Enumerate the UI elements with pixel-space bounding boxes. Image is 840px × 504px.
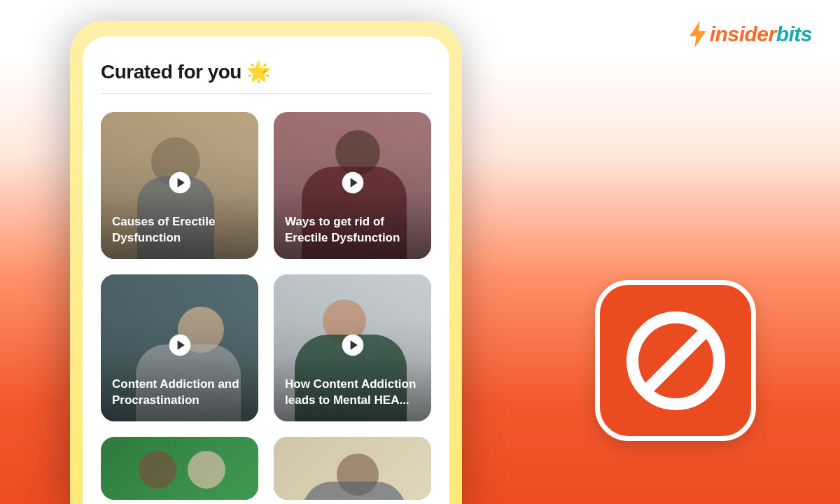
video-card[interactable]: Causes of Erectile Dysfunction (101, 112, 258, 259)
video-card[interactable]: Content Addiction and Procrastination (101, 274, 258, 421)
section-title: Curated for you 🌟 (101, 60, 431, 83)
play-icon (341, 333, 365, 357)
brand-text-insider: insider (710, 22, 776, 46)
lightning-icon (687, 21, 708, 48)
card-title: How Content Addiction leads to Mental HE… (285, 377, 423, 409)
phone-screen: Curated for you 🌟 Causes of Erectile Dys… (83, 36, 449, 504)
video-card[interactable]: How Content Addiction leads to Mental HE… (274, 274, 431, 421)
block-icon (622, 307, 730, 415)
app-icon (595, 280, 756, 441)
video-card[interactable] (101, 437, 258, 500)
card-title: Ways to get rid of Erectile Dysfunction (285, 214, 423, 246)
divider (101, 93, 431, 94)
phone-mockup: Curated for you 🌟 Causes of Erectile Dys… (70, 21, 462, 504)
play-icon (168, 171, 192, 195)
card-image (101, 437, 258, 500)
video-card[interactable] (274, 437, 431, 500)
card-title: Causes of Erectile Dysfunction (112, 214, 250, 246)
brand-logo: insiderbits (687, 21, 812, 48)
play-icon (168, 333, 192, 357)
card-image (274, 437, 431, 500)
play-icon (341, 171, 365, 195)
card-title: Content Addiction and Procrastination (112, 377, 250, 409)
svg-line-5 (648, 332, 704, 389)
card-grid: Causes of Erectile Dysfunction Ways to g… (101, 112, 431, 500)
brand-text-bits: bits (776, 22, 812, 46)
video-card[interactable]: Ways to get rid of Erectile Dysfunction (274, 112, 431, 259)
